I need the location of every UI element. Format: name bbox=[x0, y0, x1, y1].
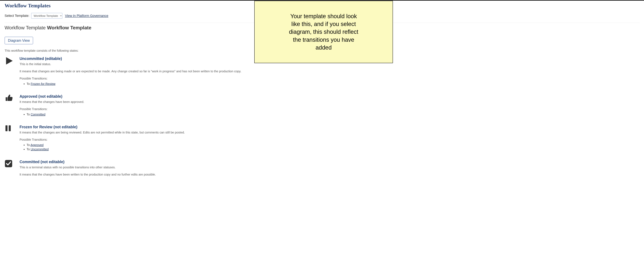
transitions-list: To Committed bbox=[26, 113, 84, 116]
pause-icon bbox=[4, 125, 14, 132]
state-body: Frozen for Review (not editable)It means… bbox=[20, 125, 185, 153]
transition-to-prefix: To bbox=[26, 82, 31, 85]
transitions-list: To ApprovedTo Uncommitted bbox=[26, 143, 185, 151]
states-container: Uncommitted (editable)This is the initia… bbox=[4, 56, 640, 180]
svg-rect-2 bbox=[9, 125, 11, 131]
state-heading: Uncommitted (editable) bbox=[20, 56, 241, 61]
state-block: Committed (not editable)This is a termin… bbox=[4, 160, 640, 180]
diagram-view-button-label: Diagram View bbox=[8, 39, 30, 43]
transition-to-prefix: To bbox=[26, 113, 31, 116]
transition-link[interactable]: Approved bbox=[30, 143, 44, 147]
state-body: Approved (not editable)It means that the… bbox=[20, 94, 84, 118]
transition-item: To Committed bbox=[26, 113, 84, 116]
subtitle-prefix: Workflow Template bbox=[4, 25, 47, 30]
transitions-heading: Possible Transitions: bbox=[20, 77, 241, 80]
state-body: Committed (not editable)This is a termin… bbox=[20, 160, 156, 180]
transition-item: To Uncommitted bbox=[26, 148, 185, 151]
state-subtext: This is the initial status. bbox=[20, 62, 241, 66]
window-top-bar bbox=[0, 0, 644, 1]
state-description: It means that the changes have been appr… bbox=[20, 100, 84, 104]
state-description: It means that the changes have been writ… bbox=[20, 173, 156, 176]
transitions-heading: Possible Transitions: bbox=[20, 138, 185, 142]
transition-link[interactable]: Committed bbox=[31, 113, 46, 116]
template-select[interactable]: Workflow Template bbox=[31, 13, 62, 19]
state-body: Uncommitted (editable)This is the initia… bbox=[20, 56, 241, 87]
state-subtext: This is a terminal status with no possib… bbox=[20, 166, 156, 169]
state-heading: Approved (not editable) bbox=[20, 94, 84, 99]
transition-link[interactable]: Frozen for Review bbox=[31, 82, 56, 85]
transitions-heading: Possible Transitions: bbox=[20, 107, 84, 111]
state-heading: Frozen for Review (not editable) bbox=[20, 125, 185, 129]
state-description: It means that the changes are being revi… bbox=[20, 131, 185, 134]
transition-to-prefix: To bbox=[26, 143, 30, 147]
instruction-annotation: Your template should look like this, and… bbox=[254, 1, 393, 63]
transition-to-prefix: To bbox=[26, 148, 31, 151]
state-description: It means that changes are being made or … bbox=[20, 70, 241, 73]
view-in-platform-governance-link[interactable]: View in Platform Governance bbox=[65, 14, 108, 18]
play-icon bbox=[4, 56, 14, 66]
diagram-view-button[interactable]: Diagram View bbox=[4, 37, 33, 44]
thumb-icon bbox=[4, 94, 14, 102]
subtitle-name: Workflow Template bbox=[47, 25, 91, 30]
select-template-label: Select Template: bbox=[4, 14, 29, 18]
svg-rect-0 bbox=[6, 97, 7, 101]
state-heading: Committed (not editable) bbox=[20, 160, 156, 164]
transition-item: To Approved bbox=[26, 143, 185, 147]
transition-item: To Frozen for Review bbox=[26, 82, 241, 86]
transitions-list: To Frozen for Review bbox=[26, 82, 241, 86]
transition-link[interactable]: Uncommitted bbox=[31, 148, 49, 151]
check-icon bbox=[4, 160, 14, 168]
svg-rect-1 bbox=[6, 125, 8, 131]
state-block: Approved (not editable)It means that the… bbox=[4, 94, 640, 118]
state-block: Frozen for Review (not editable)It means… bbox=[4, 125, 640, 153]
